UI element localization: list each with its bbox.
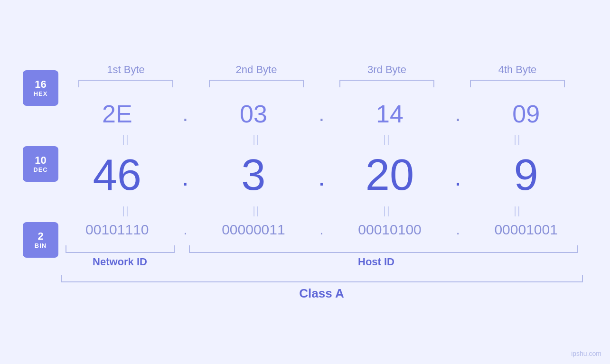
dec-base-num: 10: [35, 155, 46, 166]
bin-byte-2: 00000011: [201, 222, 306, 238]
bottom-brackets-row: [61, 245, 583, 253]
equals-6: ||: [204, 205, 309, 217]
col-header-3: 3rd Byte: [330, 64, 444, 76]
equals-row-2: || || || ||: [61, 205, 583, 217]
col-header-1: 1st Byte: [69, 64, 183, 76]
equals-7: ||: [335, 205, 439, 217]
bin-base-num: 2: [38, 231, 43, 242]
bracket-top-2: [209, 80, 304, 87]
hex-byte-1: 2E: [65, 100, 169, 128]
equals-5: ||: [74, 205, 178, 217]
hex-base-num: 16: [35, 79, 46, 90]
host-id-label: Host ID: [175, 256, 578, 268]
dec-dot-3: .: [451, 163, 465, 191]
bin-badge: 2 BIN: [23, 222, 58, 258]
dec-byte-4: 9: [474, 150, 578, 200]
hex-byte-3: 14: [338, 100, 442, 128]
equals-4: ||: [465, 133, 570, 145]
class-bracket-row: [61, 275, 583, 282]
dec-base-label: DEC: [33, 166, 47, 173]
ip-grid: 1st Byte 2nd Byte 3rd Byte 4th Byte 2E .…: [36, 64, 608, 301]
bracket-bottom-network: [66, 245, 175, 253]
hex-byte-4: 09: [474, 100, 578, 128]
dec-byte-1: 46: [65, 150, 169, 200]
bin-byte-3: 00010100: [338, 222, 442, 238]
equals-8: ||: [465, 205, 570, 217]
dec-byte-2: 3: [201, 150, 306, 200]
equals-3: ||: [335, 133, 439, 145]
bin-dot-1: .: [178, 222, 192, 238]
hex-dot-2: .: [314, 102, 328, 126]
equals-row-1: || || || ||: [61, 133, 583, 145]
bin-byte-4: 00001001: [474, 222, 578, 238]
bracket-spacer: [175, 245, 189, 253]
bin-base-label: BIN: [35, 242, 47, 249]
segment-labels-row: Network ID Host ID: [61, 256, 583, 268]
col-header-4: 4th Byte: [460, 64, 574, 76]
hex-base-label: HEX: [34, 90, 48, 97]
headers-row: 1st Byte 2nd Byte 3rd Byte 4th Byte: [61, 64, 583, 76]
bin-values-row: 00101110 . 00000011 . 00010100 . 0000100…: [61, 222, 583, 238]
equals-2: ||: [204, 133, 309, 145]
bracket-top-1: [78, 80, 173, 87]
bottom-bracket-area: Network ID Host ID: [61, 245, 583, 268]
bracket-top-row: [61, 80, 583, 87]
dec-dot-2: .: [314, 163, 328, 191]
main-container: 16 HEX 10 DEC 2 BIN 1st Byte 2nd Byte 3r…: [0, 0, 610, 364]
hex-dot-3: .: [451, 102, 465, 126]
hex-dot-1: .: [178, 102, 192, 126]
dec-dot-1: .: [178, 163, 192, 191]
bracket-bottom-host: [189, 245, 578, 253]
bracket-top-3: [339, 80, 434, 87]
hex-byte-2: 03: [201, 100, 306, 128]
watermark: ipshu.com: [571, 350, 601, 357]
bin-dot-3: .: [451, 222, 465, 238]
dec-badge: 10 DEC: [23, 146, 58, 182]
equals-1: ||: [74, 133, 178, 145]
class-label: Class A: [299, 286, 344, 301]
hex-values-row: 2E . 03 . 14 . 09: [61, 100, 583, 128]
bin-byte-1: 00101110: [65, 222, 169, 238]
col-header-2: 2nd Byte: [199, 64, 313, 76]
bracket-top-4: [470, 80, 565, 87]
network-id-label: Network ID: [66, 256, 175, 268]
hex-badge: 16 HEX: [23, 70, 58, 106]
class-bracket: [61, 275, 583, 282]
dec-values-row: 46 . 3 . 20 . 9: [61, 150, 583, 200]
dec-byte-3: 20: [338, 150, 442, 200]
bin-dot-2: .: [314, 222, 328, 238]
